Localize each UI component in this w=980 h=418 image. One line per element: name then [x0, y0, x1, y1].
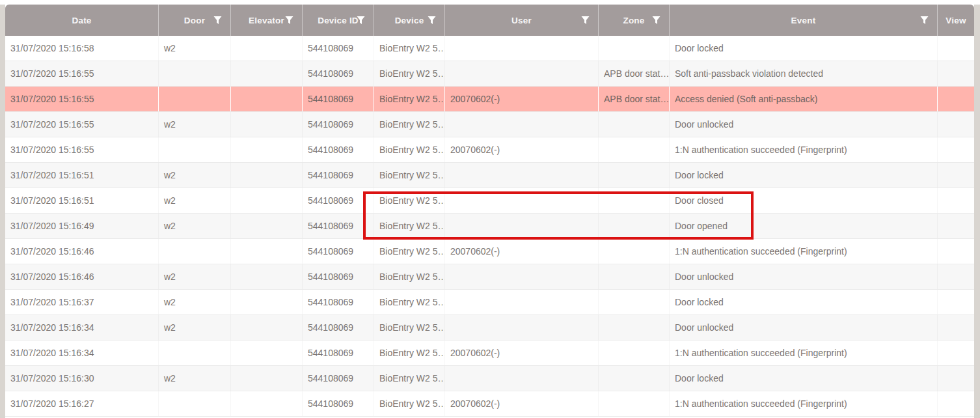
column-header-elevator[interactable]: Elevator	[231, 5, 303, 36]
filter-funnel-icon[interactable]	[213, 16, 222, 24]
cell-elevator	[231, 366, 303, 391]
cell-date: 31/07/2020 15:16:30	[5, 366, 159, 391]
table-row[interactable]: 31/07/2020 15:16:55 544108069 BioEntry W…	[5, 61, 974, 87]
table-row[interactable]: 31/07/2020 15:16:55 544108069 BioEntry W…	[5, 137, 974, 163]
cell-elevator	[231, 137, 303, 162]
column-header-device-id[interactable]: Device ID	[303, 5, 374, 36]
cell-elevator	[231, 163, 303, 188]
cell-view	[938, 366, 974, 391]
cell-user	[445, 61, 599, 86]
cell-device: BioEntry W2 5…	[374, 188, 445, 213]
column-header-user[interactable]: User	[445, 5, 599, 36]
cell-device-id: 544108069	[303, 315, 374, 340]
cell-elevator	[231, 36, 303, 61]
cell-date: 31/07/2020 15:16:51	[5, 188, 159, 213]
table-row[interactable]: 31/07/2020 15:16:58 w2 544108069 BioEntr…	[5, 36, 974, 61]
cell-view	[938, 188, 974, 213]
cell-device: BioEntry W2 5…	[374, 341, 445, 365]
cell-device-id: 544108069	[303, 36, 374, 61]
cell-event: Soft anti-passback violation detected	[670, 61, 938, 86]
cell-event: 1:N authentication succeeded (Fingerprin…	[670, 239, 938, 264]
cell-device-id: 544108069	[303, 137, 374, 162]
cell-door	[159, 341, 231, 365]
filter-funnel-icon[interactable]	[428, 16, 436, 24]
table-row[interactable]: 31/07/2020 15:16:55 544108069 BioEntry W…	[5, 87, 974, 112]
column-header-door[interactable]: Door	[159, 5, 231, 36]
filter-funnel-icon[interactable]	[652, 16, 660, 24]
table-row[interactable]: 31/07/2020 15:16:30 w2 544108069 BioEntr…	[5, 366, 974, 391]
cell-zone	[599, 366, 670, 391]
cell-elevator	[231, 315, 303, 340]
cell-user: 20070602(-)	[445, 391, 599, 416]
table-row[interactable]: 31/07/2020 15:16:37 w2 544108069 BioEntr…	[5, 290, 974, 315]
filter-funnel-icon[interactable]	[357, 16, 365, 24]
cell-view	[938, 87, 974, 111]
cell-zone	[599, 137, 670, 162]
cell-zone	[599, 188, 670, 213]
cell-event: 1:N authentication succeeded (Fingerprin…	[670, 391, 938, 416]
cell-view	[938, 239, 974, 264]
cell-date: 31/07/2020 15:16:37	[5, 290, 159, 314]
cell-zone: APB door stat…	[599, 87, 670, 111]
cell-device: BioEntry W2 5…	[374, 163, 445, 188]
table-row[interactable]: 31/07/2020 15:16:34 w2 544108069 BioEntr…	[5, 315, 974, 341]
left-edge-strip	[0, 5, 5, 418]
table-row[interactable]: 31/07/2020 15:16:46 w2 544108069 BioEntr…	[5, 264, 974, 290]
cell-date: 31/07/2020 15:16:55	[5, 112, 159, 137]
column-header-device[interactable]: Device	[374, 5, 445, 36]
table-header: Date Door Elevator Device ID Device User	[5, 5, 974, 36]
table-row[interactable]: 31/07/2020 15:16:34 544108069 BioEntry W…	[5, 341, 974, 366]
cell-user	[445, 315, 599, 340]
cell-user: 20070602(-)	[445, 239, 599, 264]
event-log-page: Date Door Elevator Device ID Device User	[0, 0, 980, 418]
cell-user	[445, 112, 599, 137]
column-label: Event	[791, 16, 816, 25]
cell-view	[938, 264, 974, 289]
cell-zone	[599, 239, 670, 264]
cell-device: BioEntry W2 5…	[374, 61, 445, 86]
table-row[interactable]: 31/07/2020 15:16:55 w2 544108069 BioEntr…	[5, 112, 974, 137]
column-header-date[interactable]: Date	[5, 5, 159, 36]
column-header-zone[interactable]: Zone	[599, 5, 670, 36]
column-label: Device	[395, 16, 424, 25]
column-header-view[interactable]: View	[938, 5, 974, 36]
table-row[interactable]: 31/07/2020 15:16:49 w2 544108069 BioEntr…	[5, 214, 974, 239]
cell-view	[938, 315, 974, 340]
cell-user: 20070602(-)	[445, 87, 599, 111]
filter-funnel-icon[interactable]	[920, 16, 929, 24]
cell-elevator	[231, 264, 303, 289]
cell-door: w2	[159, 188, 231, 213]
cell-zone	[599, 290, 670, 314]
cell-device-id: 544108069	[303, 391, 374, 416]
table-row[interactable]: 31/07/2020 15:16:51 w2 544108069 BioEntr…	[5, 163, 974, 188]
cell-device-id: 544108069	[303, 341, 374, 365]
cell-date: 31/07/2020 15:16:51	[5, 163, 159, 188]
cell-user	[445, 214, 599, 238]
cell-zone	[599, 163, 670, 188]
cell-event: Door unlocked	[670, 315, 938, 340]
column-label: Elevator	[249, 16, 284, 25]
cell-user	[445, 290, 599, 314]
table-row[interactable]: 31/07/2020 15:16:51 w2 544108069 BioEntr…	[5, 188, 974, 214]
cell-view	[938, 214, 974, 238]
cell-date: 31/07/2020 15:16:58	[5, 36, 159, 61]
table-row[interactable]: 31/07/2020 15:16:46 544108069 BioEntry W…	[5, 239, 974, 264]
event-log-table: Date Door Elevator Device ID Device User	[5, 5, 974, 417]
cell-event: Door locked	[670, 366, 938, 391]
cell-user	[445, 366, 599, 391]
filter-funnel-icon[interactable]	[285, 16, 293, 24]
cell-device: BioEntry W2 5…	[374, 264, 445, 289]
table-row[interactable]: 31/07/2020 15:16:27 544108069 BioEntry W…	[5, 391, 974, 417]
cell-door: w2	[159, 214, 231, 238]
cell-device-id: 544108069	[303, 61, 374, 86]
right-scroll-strip[interactable]	[974, 5, 980, 418]
cell-date: 31/07/2020 15:16:49	[5, 214, 159, 238]
column-label: Zone	[623, 16, 644, 25]
cell-elevator	[231, 112, 303, 137]
cell-device-id: 544108069	[303, 112, 374, 137]
cell-date: 31/07/2020 15:16:46	[5, 239, 159, 264]
filter-funnel-icon[interactable]	[581, 16, 590, 24]
cell-elevator	[231, 290, 303, 314]
cell-event: 1:N authentication succeeded (Fingerprin…	[670, 137, 938, 162]
column-header-event[interactable]: Event	[670, 5, 938, 36]
